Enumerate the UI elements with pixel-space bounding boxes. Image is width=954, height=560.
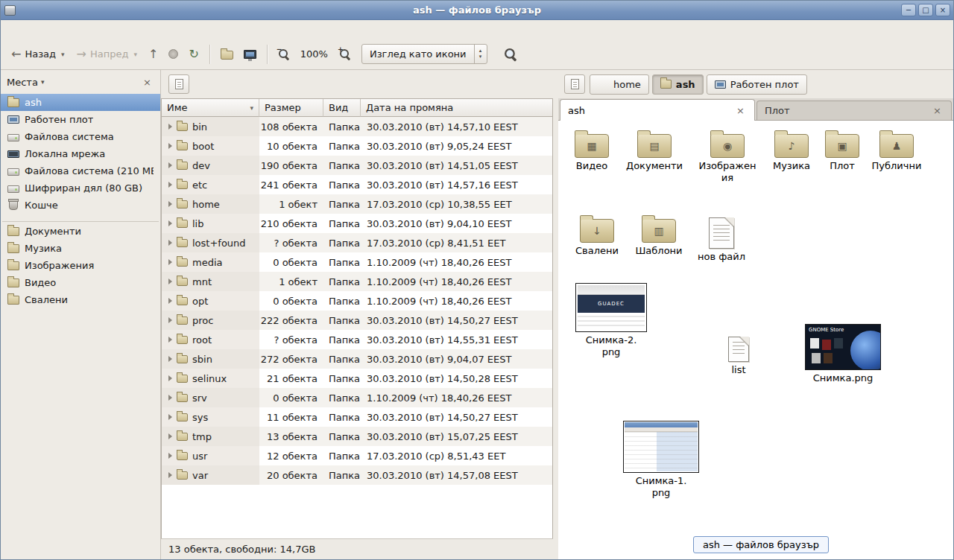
expander-icon[interactable] — [168, 162, 172, 168]
expander-icon[interactable] — [168, 375, 172, 381]
menu-item[interactable] — [4, 28, 17, 32]
sidebar-item[interactable]: Файлова система (210 MB) — [1, 162, 160, 179]
table-row[interactable]: lost+found ? обекта Папка 17.03.2010 (ср… — [162, 233, 552, 252]
table-row[interactable]: boot 10 обекта Папка 30.03.2010 (вт) 9,0… — [162, 136, 552, 156]
sidebar-item[interactable]: Шифриран дял (80 GB) — [1, 179, 160, 197]
zoom-out-button[interactable]: − — [274, 45, 293, 63]
icon-view-item[interactable]: GNOME Store Снимка.png — [804, 324, 882, 384]
column-header-date[interactable]: Дата на промяна — [361, 99, 552, 117]
menu-item[interactable] — [31, 28, 44, 32]
breadcrumb-button[interactable]: home — [590, 74, 649, 95]
icon-view-item[interactable]: ♟ Публични — [865, 125, 928, 172]
table-row[interactable]: bin 108 обекта Папка 30.03.2010 (вт) 14,… — [162, 117, 552, 136]
table-row[interactable]: selinux 21 обекта Папка 30.03.2010 (вт) … — [162, 369, 552, 388]
expander-icon[interactable] — [168, 433, 172, 439]
column-header-type[interactable]: Вид — [323, 99, 361, 117]
sidebar-item[interactable]: Изображения — [1, 257, 160, 274]
column-header-name[interactable]: Име ▾ — [162, 99, 259, 117]
expander-icon[interactable] — [168, 143, 172, 149]
expander-icon[interactable] — [168, 259, 172, 265]
maximize-button[interactable]: □ — [918, 4, 933, 16]
expander-icon[interactable] — [168, 414, 172, 420]
column-header-size[interactable]: Размер — [259, 99, 323, 117]
back-button[interactable]: ← Назад ▾ — [7, 45, 69, 63]
expander-icon[interactable] — [168, 298, 172, 304]
sidebar-item[interactable]: Работен плот — [1, 111, 160, 128]
minimize-button[interactable]: ─ — [901, 4, 916, 16]
sort-chevron-icon[interactable]: ▾ — [245, 104, 253, 112]
sidebar-item[interactable]: Документи — [1, 223, 160, 240]
sidebar-item[interactable]: Видео — [1, 274, 160, 291]
table-row[interactable]: tmp 13 обекта Папка 30.03.2010 (вт) 15,0… — [162, 427, 552, 446]
tab[interactable]: ash × — [560, 99, 755, 121]
table-row[interactable]: media 0 обекта Папка 1.10.2009 (чт) 18,4… — [162, 252, 552, 272]
combo-spinner[interactable]: ▴ ▾ — [474, 45, 487, 63]
expander-icon[interactable] — [168, 356, 172, 362]
sidebar-item[interactable]: ash — [1, 94, 160, 111]
toggle-location-entry-button[interactable] — [168, 74, 189, 94]
forward-button[interactable]: → Напред ▾ — [72, 45, 142, 63]
up-button[interactable]: ↑ — [145, 45, 162, 63]
table-row[interactable]: var 20 обекта Папка 30.03.2010 (вт) 14,5… — [162, 465, 552, 485]
table-row[interactable]: srv 0 обекта Папка 1.10.2009 (чт) 18,40,… — [162, 388, 552, 407]
sidebar-chevron-down-icon[interactable]: ▾ — [41, 78, 45, 86]
icon-view-item[interactable]: нов файл — [690, 213, 753, 263]
computer-button[interactable] — [240, 47, 260, 62]
table-row[interactable]: usr 12 обекта Папка 17.03.2010 (ср) 8,51… — [162, 446, 552, 465]
view-mode-combo[interactable]: Изглед като икони ▴ ▾ — [361, 44, 487, 64]
tab[interactable]: Плот × — [756, 101, 952, 120]
sidebar-item[interactable]: Свалени — [1, 291, 160, 308]
sidebar-item[interactable]: Файлова система — [1, 128, 160, 145]
expander-icon[interactable] — [168, 182, 172, 188]
sidebar-item[interactable]: Музика — [1, 240, 160, 257]
back-history-chevron-icon[interactable]: ▾ — [61, 51, 65, 58]
icon-view-item[interactable]: list — [707, 332, 770, 376]
titlebar[interactable]: ash — файлов браузър ─ □ × — [1, 1, 953, 20]
expander-icon[interactable] — [168, 240, 172, 246]
icon-view-item[interactable]: Снимка-1. png — [622, 421, 700, 500]
search-button[interactable] — [501, 45, 519, 63]
tab-close-icon[interactable]: × — [734, 105, 747, 116]
sidebar-title[interactable]: Места — [7, 77, 38, 88]
stop-button[interactable] — [165, 46, 182, 62]
expander-icon[interactable] — [168, 472, 172, 478]
icon-view-item[interactable]: ▥ Шаблони — [628, 210, 690, 257]
menu-item[interactable] — [71, 28, 84, 32]
zoom-in-button[interactable]: + — [335, 45, 354, 63]
icon-view-item[interactable]: GUADEC Снимка-2. png — [575, 283, 648, 359]
pane-splitter[interactable] — [553, 70, 558, 559]
table-row[interactable]: root ? обекта Папка 30.03.2010 (вт) 14,5… — [162, 330, 552, 349]
sidebar-item[interactable]: Локална мрежа — [1, 145, 160, 162]
expander-icon[interactable] — [168, 220, 172, 226]
sidebar-item[interactable]: Кошче — [1, 197, 160, 214]
table-row[interactable]: home 1 обект Папка 17.03.2010 (ср) 10,38… — [162, 194, 552, 214]
menu-item[interactable] — [44, 28, 57, 32]
table-row[interactable]: sys 11 обекта Папка 30.03.2010 (вт) 14,5… — [162, 407, 552, 427]
expander-icon[interactable] — [168, 124, 172, 130]
table-row[interactable]: mnt 1 обект Папка 1.10.2009 (чт) 18,40,2… — [162, 272, 552, 291]
icon-view-item[interactable]: ▦ Видео — [560, 125, 623, 172]
breadcrumb-button[interactable]: ash — [652, 74, 704, 95]
toggle-location-entry-button[interactable] — [564, 74, 585, 94]
breadcrumb-button[interactable]: Работен плот — [707, 74, 807, 95]
table-row[interactable]: etc 241 обекта Папка 30.03.2010 (вт) 14,… — [162, 175, 552, 194]
tab-close-icon[interactable]: × — [931, 105, 944, 116]
expander-icon[interactable] — [168, 201, 172, 207]
icon-view-item[interactable]: ▤ Документи — [623, 125, 686, 172]
icon-view-item[interactable]: ◉ Изображен ия — [696, 125, 759, 185]
icon-view-item[interactable]: ↓ Свалени — [566, 210, 628, 257]
table-row[interactable]: opt 0 обекта Папка 1.10.2009 (чт) 18,40,… — [162, 291, 552, 311]
expander-icon[interactable] — [168, 337, 172, 343]
table-row[interactable]: lib 210 обекта Папка 30.03.2010 (вт) 9,0… — [162, 214, 552, 233]
icon-view-item[interactable]: ▣ Плот — [811, 125, 874, 172]
sidebar-close-button[interactable]: × — [140, 76, 154, 89]
menu-item[interactable] — [57, 28, 71, 32]
expander-icon[interactable] — [168, 453, 172, 459]
expander-icon[interactable] — [168, 395, 172, 401]
expander-icon[interactable] — [168, 317, 172, 323]
close-button[interactable]: × — [935, 4, 950, 16]
home-button[interactable] — [217, 45, 237, 63]
table-row[interactable]: proc 222 обекта Папка 30.03.2010 (вт) 14… — [162, 311, 552, 330]
icon-view[interactable]: ▦ Видео ▤ — [558, 121, 953, 559]
table-row[interactable]: dev 190 обекта Папка 30.03.2010 (вт) 14,… — [162, 156, 552, 175]
